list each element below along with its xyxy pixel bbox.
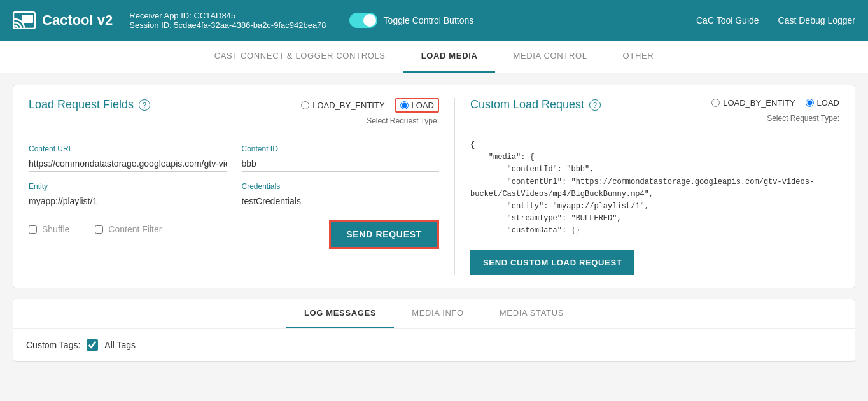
custom-select-request-type-label: Select Request Type: xyxy=(767,114,839,123)
custom-load-section-title: Custom Load Request ? xyxy=(470,98,601,111)
shuffle-label-text: Shuffle xyxy=(42,224,69,234)
logo-text: Cactool v2 xyxy=(42,12,113,29)
right-panel-header: Custom Load Request ? LOAD_BY_ENTITY LOA… xyxy=(470,98,839,132)
all-tags-checkbox[interactable] xyxy=(87,339,98,351)
bottom-card: LOG MESSAGES MEDIA INFO MEDIA STATUS Cus… xyxy=(13,299,855,362)
content-filter-label-text: Content Filter xyxy=(108,224,162,234)
load-request-help-icon[interactable]: ? xyxy=(139,99,150,111)
main-tabs: CAST CONNECT & LOGGER CONTROLS LOAD MEDI… xyxy=(0,41,868,73)
custom-tags-row: Custom Tags: All Tags xyxy=(13,329,855,361)
shuffle-checkbox-label[interactable]: Shuffle xyxy=(29,224,69,234)
bottom-tabs: LOG MESSAGES MEDIA INFO MEDIA STATUS xyxy=(13,299,855,329)
entity-input[interactable] xyxy=(29,193,227,209)
custom-json-textarea[interactable] xyxy=(470,139,839,237)
custom-radio-load-text: LOAD xyxy=(817,98,839,108)
content-filter-checkbox[interactable] xyxy=(95,225,103,234)
content-id-label: Content ID xyxy=(242,144,440,153)
tab-load-media[interactable]: LOAD MEDIA xyxy=(403,41,496,73)
custom-load-radios: LOAD_BY_ENTITY LOAD Select Request Type: xyxy=(711,98,839,132)
custom-tags-label: Custom Tags: xyxy=(26,340,80,350)
toggle-area: Toggle Control Buttons xyxy=(349,13,474,28)
session-id: Session ID: 5cdae4fa-32aa-4386-ba2c-9fac… xyxy=(129,20,326,30)
receiver-app-id: Receiver App ID: CC1AD845 xyxy=(129,11,326,20)
radio-load-by-entity-text: LOAD_BY_ENTITY xyxy=(312,101,384,110)
radio-load-text: LOAD xyxy=(412,101,434,110)
content-url-input[interactable] xyxy=(29,156,227,172)
app-header: Cactool v2 Receiver App ID: CC1AD845 Ses… xyxy=(0,0,868,41)
radio-load-by-entity[interactable] xyxy=(301,101,309,109)
select-request-type-label: Select Request Type: xyxy=(301,116,439,125)
app-logo: Cactool v2 xyxy=(13,11,113,29)
all-tags-label: All Tags xyxy=(104,340,136,350)
header-links: CaC Tool Guide Cast Debug Logger xyxy=(696,15,855,25)
tab-media-control[interactable]: MEDIA CONTROL xyxy=(495,41,605,73)
checkboxes-row: Shuffle Content Filter xyxy=(29,224,162,234)
tab-media-status[interactable]: MEDIA STATUS xyxy=(482,299,582,328)
left-panel: Load Request Fields ? LOAD_BY_ENTITY LOA… xyxy=(29,98,455,275)
content-url-field-group: Content URL xyxy=(29,144,227,172)
tab-cast-connect[interactable]: CAST CONNECT & LOGGER CONTROLS xyxy=(197,41,403,73)
radio-load[interactable] xyxy=(400,101,409,109)
load-request-title-text: Load Request Fields xyxy=(29,98,134,111)
custom-radio-load-by-entity-text: LOAD_BY_ENTITY xyxy=(723,98,795,108)
cast-icon xyxy=(13,11,36,29)
svg-rect-1 xyxy=(22,15,33,23)
content-filter-checkbox-label[interactable]: Content Filter xyxy=(95,224,162,234)
custom-radio-load[interactable] xyxy=(806,99,814,107)
cast-debug-logger-link[interactable]: Cast Debug Logger xyxy=(778,15,855,25)
entity-label: Entity xyxy=(29,182,227,191)
header-info: Receiver App ID: CC1AD845 Session ID: 5c… xyxy=(129,11,326,30)
custom-load-help-icon[interactable]: ? xyxy=(589,99,601,111)
send-custom-load-request-button[interactable]: SEND CUSTOM LOAD REQUEST xyxy=(470,250,634,275)
custom-radio-load-label[interactable]: LOAD xyxy=(806,98,839,108)
tab-media-info[interactable]: MEDIA INFO xyxy=(394,299,482,328)
custom-load-title-text: Custom Load Request xyxy=(470,98,584,111)
tab-log-messages[interactable]: LOG MESSAGES xyxy=(286,299,394,328)
credentials-field-group: Credentials xyxy=(242,182,440,209)
custom-request-type-radios: LOAD_BY_ENTITY LOAD xyxy=(711,98,839,108)
fields-grid: Content URL Content ID Entity Credential… xyxy=(29,144,439,209)
main-content: Load Request Fields ? LOAD_BY_ENTITY LOA… xyxy=(0,73,868,373)
content-id-input[interactable] xyxy=(242,156,440,172)
content-id-field-group: Content ID xyxy=(242,144,440,172)
toggle-label: Toggle Control Buttons xyxy=(384,15,474,25)
tab-other[interactable]: OTHER xyxy=(605,41,672,73)
shuffle-checkbox[interactable] xyxy=(29,225,37,234)
content-url-label: Content URL xyxy=(29,144,227,153)
credentials-input[interactable] xyxy=(242,193,440,209)
cac-tool-guide-link[interactable]: CaC Tool Guide xyxy=(696,15,759,25)
load-media-card: Load Request Fields ? LOAD_BY_ENTITY LOA… xyxy=(13,85,855,288)
entity-field-group: Entity xyxy=(29,182,227,209)
custom-radio-load-by-entity[interactable] xyxy=(711,99,720,107)
toggle-control-buttons[interactable] xyxy=(349,13,377,28)
credentials-label: Credentials xyxy=(242,182,440,191)
radio-load-label[interactable]: LOAD xyxy=(395,98,439,113)
load-request-section-title: Load Request Fields ? xyxy=(29,98,150,111)
right-panel: Custom Load Request ? LOAD_BY_ENTITY LOA… xyxy=(455,98,839,275)
request-type-radios: LOAD_BY_ENTITY LOAD xyxy=(301,98,439,113)
custom-radio-load-by-entity-label[interactable]: LOAD_BY_ENTITY xyxy=(711,98,795,108)
send-request-button[interactable]: SEND REQUEST xyxy=(329,220,439,249)
radio-load-by-entity-label[interactable]: LOAD_BY_ENTITY xyxy=(301,101,384,110)
